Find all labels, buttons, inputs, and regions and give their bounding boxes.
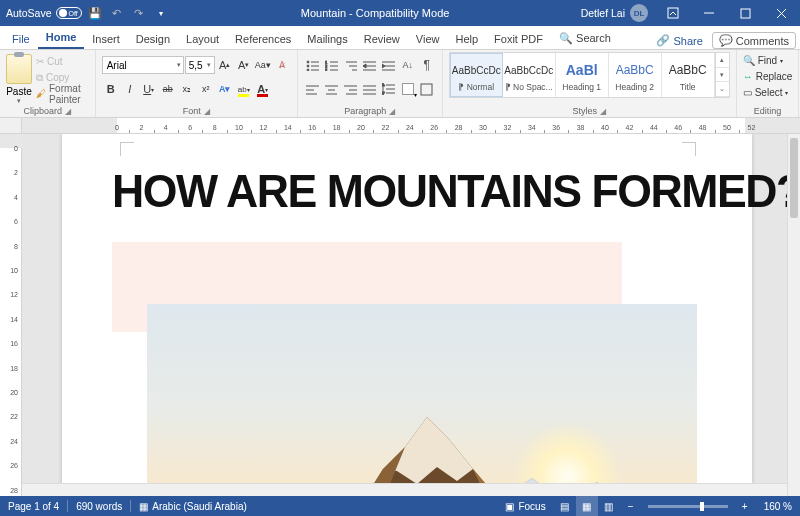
align-left-button[interactable] xyxy=(304,80,322,98)
vertical-scrollbar[interactable] xyxy=(787,134,800,496)
change-case-button[interactable]: Aa▾ xyxy=(254,56,272,74)
vertical-ruler[interactable]: 0246810121416182022242628 xyxy=(0,134,22,496)
maximize-button[interactable] xyxy=(728,0,762,26)
shading-button[interactable]: ▾ xyxy=(399,80,417,98)
group-paragraph: 123 A↓ ¶ ▾ Paragraph◢ xyxy=(298,50,443,117)
undo-icon[interactable]: ↶ xyxy=(108,4,126,22)
bold-button[interactable]: B xyxy=(102,80,120,98)
zoom-slider[interactable] xyxy=(648,505,728,508)
document-canvas[interactable]: HOW ARE MOUNTAINS FORMED? xyxy=(22,134,800,496)
show-marks-button[interactable]: ¶ xyxy=(418,56,436,74)
autosave-label: AutoSave xyxy=(6,7,52,19)
replace-button[interactable]: ↔Replace xyxy=(743,69,793,84)
tab-design[interactable]: Design xyxy=(128,29,178,49)
superscript-button[interactable]: x² xyxy=(197,80,215,98)
ribbon: Paste ▾ ✂Cut ⧉Copy 🖌Format Painter Clipb… xyxy=(0,50,800,118)
tab-mailings[interactable]: Mailings xyxy=(299,29,355,49)
strike-button[interactable]: ab xyxy=(159,80,177,98)
window-title: Mountain - Compatibility Mode xyxy=(170,7,581,19)
avatar: DL xyxy=(630,4,648,22)
style-heading2[interactable]: AaBbCHeading 2 xyxy=(609,53,662,97)
redo-icon[interactable]: ↷ xyxy=(130,4,148,22)
paragraph-launcher-icon[interactable]: ◢ xyxy=(389,107,395,116)
format-painter-button[interactable]: 🖌Format Painter xyxy=(36,86,89,101)
qat-customize-icon[interactable]: ▾ xyxy=(152,4,170,22)
tab-view[interactable]: View xyxy=(408,29,448,49)
find-button[interactable]: 🔍Find▾ xyxy=(743,53,793,68)
search-icon: 🔍 xyxy=(743,55,755,66)
tab-file[interactable]: File xyxy=(4,29,38,49)
scroll-thumb[interactable] xyxy=(790,138,798,218)
minimize-button[interactable] xyxy=(692,0,726,26)
svg-point-5 xyxy=(307,61,309,63)
page-number-status[interactable]: Page 1 of 4 xyxy=(0,496,67,516)
subscript-button[interactable]: x₂ xyxy=(178,80,196,98)
zoom-in-button[interactable]: + xyxy=(734,496,756,516)
style-gallery[interactable]: AaBbCcDc⁋ Normal AaBbCcDc⁋ No Spac... Aa… xyxy=(449,52,730,98)
styles-launcher-icon[interactable]: ◢ xyxy=(600,107,606,116)
horizontal-scrollbar[interactable] xyxy=(22,483,787,496)
tab-review[interactable]: Review xyxy=(356,29,408,49)
style-normal[interactable]: AaBbCcDc⁋ Normal xyxy=(450,53,503,97)
multilevel-button[interactable] xyxy=(342,56,360,74)
svg-text:3: 3 xyxy=(325,68,328,71)
group-editing: 🔍Find▾ ↔Replace ▭Select▾ Editing xyxy=(737,50,800,117)
share-button[interactable]: 🔗 Share xyxy=(650,32,708,49)
bullets-button[interactable] xyxy=(304,56,322,74)
horizontal-ruler[interactable]: 0246810121416182022242628303234363840424… xyxy=(0,118,800,134)
align-right-button[interactable] xyxy=(342,80,360,98)
style-title[interactable]: AaBbCTitle xyxy=(662,53,715,97)
print-layout-button[interactable]: ▦ xyxy=(576,496,598,516)
ribbon-options-button[interactable] xyxy=(656,0,690,26)
highlight-button[interactable]: ab▾ xyxy=(235,80,253,98)
focus-icon: ▣ xyxy=(505,501,514,512)
gallery-scroll[interactable]: ▴▾⌄ xyxy=(715,53,729,97)
web-layout-button[interactable]: ▥ xyxy=(598,496,620,516)
borders-button[interactable] xyxy=(418,80,436,98)
text-effects-button[interactable]: A▾ xyxy=(216,80,234,98)
paste-button[interactable]: Paste ▾ xyxy=(6,52,32,105)
sort-button[interactable]: A↓ xyxy=(399,56,417,74)
font-size-combo[interactable]: 5,5▾ xyxy=(185,56,215,74)
close-button[interactable] xyxy=(764,0,798,26)
language-status[interactable]: ▦Arabic (Saudi Arabia) xyxy=(131,496,255,516)
shrink-font-button[interactable]: A▾ xyxy=(235,56,253,74)
underline-button[interactable]: U▾ xyxy=(140,80,158,98)
document-image[interactable] xyxy=(147,304,697,496)
style-heading1[interactable]: AaBlHeading 1 xyxy=(556,53,609,97)
word-count-status[interactable]: 690 words xyxy=(68,496,130,516)
decrease-indent-button[interactable] xyxy=(361,56,379,74)
font-launcher-icon[interactable]: ◢ xyxy=(204,107,210,116)
account-button[interactable]: Detlef Lai DL xyxy=(581,4,654,22)
comments-button[interactable]: 💬 Comments xyxy=(712,32,796,49)
save-icon[interactable]: 💾 xyxy=(86,4,104,22)
increase-indent-button[interactable] xyxy=(380,56,398,74)
focus-mode-button[interactable]: ▣Focus xyxy=(497,496,553,516)
align-center-button[interactable] xyxy=(323,80,341,98)
grow-font-button[interactable]: A▴ xyxy=(216,56,234,74)
tab-layout[interactable]: Layout xyxy=(178,29,227,49)
globe-icon: ▦ xyxy=(139,501,148,512)
numbering-button[interactable]: 123 xyxy=(323,56,341,74)
tab-foxit[interactable]: Foxit PDF xyxy=(486,29,551,49)
line-spacing-button[interactable] xyxy=(380,80,398,98)
zoom-out-button[interactable]: − xyxy=(620,496,642,516)
tab-help[interactable]: Help xyxy=(447,29,486,49)
read-mode-button[interactable]: ▤ xyxy=(554,496,576,516)
tab-search[interactable]: 🔍 Search xyxy=(551,28,619,49)
justify-button[interactable] xyxy=(361,80,379,98)
tab-home[interactable]: Home xyxy=(38,27,85,49)
cut-button[interactable]: ✂Cut xyxy=(36,54,89,69)
clipboard-launcher-icon[interactable]: ◢ xyxy=(65,107,71,116)
style-no-spacing[interactable]: AaBbCcDc⁋ No Spac... xyxy=(503,53,556,97)
clear-format-button[interactable]: A̷ xyxy=(273,56,291,74)
autosave-toggle[interactable]: AutoSave Off xyxy=(6,7,82,19)
tab-references[interactable]: References xyxy=(227,29,299,49)
tab-insert[interactable]: Insert xyxy=(84,29,128,49)
italic-button[interactable]: I xyxy=(121,80,139,98)
select-button[interactable]: ▭Select▾ xyxy=(743,85,793,100)
font-color-button[interactable]: A▾ xyxy=(254,80,272,98)
zoom-level[interactable]: 160 % xyxy=(756,501,800,512)
document-headline[interactable]: HOW ARE MOUNTAINS FORMED? xyxy=(112,164,694,218)
font-family-combo[interactable]: Arial▾ xyxy=(102,56,184,74)
